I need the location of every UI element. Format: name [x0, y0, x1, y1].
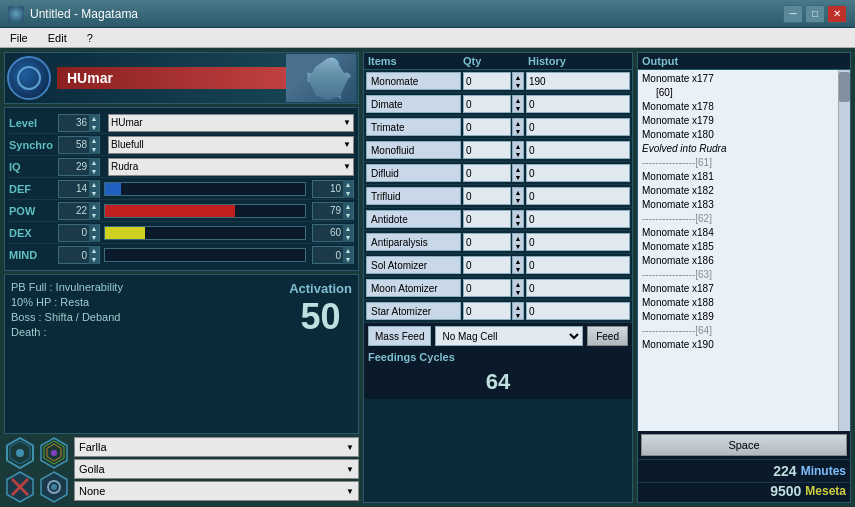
def-spinbox[interactable]: 14 ▲ ▼	[58, 180, 100, 198]
monofluid-qty-down[interactable]: ▼	[513, 150, 523, 158]
dex-val-spin-buttons[interactable]: ▲ ▼	[343, 224, 353, 242]
dex-down[interactable]: ▼	[89, 233, 99, 242]
mind-spinbox[interactable]: 0 ▲ ▼	[58, 246, 100, 264]
antidote-qty-down[interactable]: ▼	[513, 219, 523, 227]
pow-down[interactable]: ▼	[89, 211, 99, 220]
close-button[interactable]: ✕	[827, 5, 847, 23]
difluid-qty-input[interactable]: 0	[463, 164, 511, 182]
monomate-qty-up[interactable]: ▲	[513, 73, 523, 81]
menu-file[interactable]: File	[4, 30, 34, 46]
star-atomizer-qty-arrows[interactable]: ▲ ▼	[512, 302, 524, 320]
synchro-up[interactable]: ▲	[89, 136, 99, 145]
level-spinbox[interactable]: 36 ▲ ▼	[58, 114, 100, 132]
menu-edit[interactable]: Edit	[42, 30, 73, 46]
mind-val-spinbox[interactable]: 0 ▲ ▼	[312, 246, 354, 264]
monofluid-qty-input[interactable]: 0	[463, 141, 511, 159]
feed-button[interactable]: Feed	[587, 326, 628, 346]
mind-val-spin-buttons[interactable]: ▲ ▼	[343, 246, 353, 264]
iq-down[interactable]: ▼	[89, 167, 99, 176]
mag-part3-dropdown[interactable]: None ▼	[74, 481, 359, 501]
iq-spin-buttons[interactable]: ▲ ▼	[89, 158, 99, 176]
dex-val-spinbox[interactable]: 60 ▲ ▼	[312, 224, 354, 242]
mass-feed-select[interactable]: No Mag Cell	[435, 326, 583, 346]
def-val-spin-buttons[interactable]: ▲ ▼	[343, 180, 353, 198]
antiparalysis-qty-up[interactable]: ▲	[513, 234, 523, 242]
dimate-qty-up[interactable]: ▲	[513, 96, 523, 104]
trimate-qty-input[interactable]: 0	[463, 118, 511, 136]
trifluid-qty-down[interactable]: ▼	[513, 196, 523, 204]
antiparalysis-qty-down[interactable]: ▼	[513, 242, 523, 250]
dex-spinbox[interactable]: 0 ▲ ▼	[58, 224, 100, 242]
moon-atomizer-qty-input[interactable]: 0	[463, 279, 511, 297]
def-spin-buttons[interactable]: ▲ ▼	[89, 180, 99, 198]
mind-down[interactable]: ▼	[89, 255, 99, 264]
output-scrollbar[interactable]	[838, 70, 850, 431]
moon-atomizer-qty-up[interactable]: ▲	[513, 280, 523, 288]
pow-val-up[interactable]: ▲	[343, 202, 353, 211]
synchro-spin-buttons[interactable]: ▲ ▼	[89, 136, 99, 154]
pow-val-down[interactable]: ▼	[343, 211, 353, 220]
antidote-qty-arrows[interactable]: ▲ ▼	[512, 210, 524, 228]
monomate-qty-arrows[interactable]: ▲ ▼	[512, 72, 524, 90]
difluid-qty-up[interactable]: ▲	[513, 165, 523, 173]
maximize-button[interactable]: □	[805, 5, 825, 23]
def-val-spinbox[interactable]: 10 ▲ ▼	[312, 180, 354, 198]
monofluid-qty-up[interactable]: ▲	[513, 142, 523, 150]
moon-atomizer-qty-arrows[interactable]: ▲ ▼	[512, 279, 524, 297]
synchro-spinbox[interactable]: 58 ▲ ▼	[58, 136, 100, 154]
dimate-qty-down[interactable]: ▼	[513, 104, 523, 112]
iq-dropdown[interactable]: Rudra ▼	[108, 158, 354, 176]
dex-spin-buttons[interactable]: ▲ ▼	[89, 224, 99, 242]
dimate-qty-input[interactable]: 0	[463, 95, 511, 113]
monomate-qty-input[interactable]: 0	[463, 72, 511, 90]
mind-val-up[interactable]: ▲	[343, 246, 353, 255]
trimate-qty-down[interactable]: ▼	[513, 127, 523, 135]
def-up[interactable]: ▲	[89, 180, 99, 189]
space-button[interactable]: Space	[641, 434, 847, 456]
def-val-up[interactable]: ▲	[343, 180, 353, 189]
pow-val-spin-buttons[interactable]: ▲ ▼	[343, 202, 353, 220]
trifluid-qty-arrows[interactable]: ▲ ▼	[512, 187, 524, 205]
trifluid-qty-up[interactable]: ▲	[513, 188, 523, 196]
minimize-button[interactable]: ─	[783, 5, 803, 23]
iq-up[interactable]: ▲	[89, 158, 99, 167]
monomate-qty-down[interactable]: ▼	[513, 81, 523, 89]
mag-part2-dropdown[interactable]: Golla ▼	[74, 459, 359, 479]
level-down[interactable]: ▼	[89, 123, 99, 132]
difluid-qty-arrows[interactable]: ▲ ▼	[512, 164, 524, 182]
antiparalysis-qty-arrows[interactable]: ▲ ▼	[512, 233, 524, 251]
star-atomizer-qty-down[interactable]: ▼	[513, 311, 523, 319]
sol-atomizer-qty-up[interactable]: ▲	[513, 257, 523, 265]
antidote-qty-input[interactable]: 0	[463, 210, 511, 228]
pow-spinbox[interactable]: 22 ▲ ▼	[58, 202, 100, 220]
moon-atomizer-qty-down[interactable]: ▼	[513, 288, 523, 296]
trimate-qty-up[interactable]: ▲	[513, 119, 523, 127]
sol-atomizer-qty-input[interactable]: 0	[463, 256, 511, 274]
level-dropdown[interactable]: HUmar ▼	[108, 114, 354, 132]
antidote-qty-up[interactable]: ▲	[513, 211, 523, 219]
star-atomizer-qty-up[interactable]: ▲	[513, 303, 523, 311]
output-list[interactable]: Monomate x177[60]Monomate x178Monomate x…	[638, 70, 838, 431]
mind-val-down[interactable]: ▼	[343, 255, 353, 264]
mind-spin-buttons[interactable]: ▲ ▼	[89, 246, 99, 264]
level-up[interactable]: ▲	[89, 114, 99, 123]
pow-val-spinbox[interactable]: 79 ▲ ▼	[312, 202, 354, 220]
menu-help[interactable]: ?	[81, 30, 99, 46]
def-val-down[interactable]: ▼	[343, 189, 353, 198]
def-down[interactable]: ▼	[89, 189, 99, 198]
monofluid-qty-arrows[interactable]: ▲ ▼	[512, 141, 524, 159]
mind-up[interactable]: ▲	[89, 246, 99, 255]
antiparalysis-qty-input[interactable]: 0	[463, 233, 511, 251]
dimate-qty-arrows[interactable]: ▲ ▼	[512, 95, 524, 113]
pow-up[interactable]: ▲	[89, 202, 99, 211]
trifluid-qty-input[interactable]: 0	[463, 187, 511, 205]
dex-val-up[interactable]: ▲	[343, 224, 353, 233]
level-spin-buttons[interactable]: ▲ ▼	[89, 114, 99, 132]
mag-part1-dropdown[interactable]: Farlla ▼	[74, 437, 359, 457]
star-atomizer-qty-input[interactable]: 0	[463, 302, 511, 320]
iq-spinbox[interactable]: 29 ▲ ▼	[58, 158, 100, 176]
dex-val-down[interactable]: ▼	[343, 233, 353, 242]
sol-atomizer-qty-down[interactable]: ▼	[513, 265, 523, 273]
pow-spin-buttons[interactable]: ▲ ▼	[89, 202, 99, 220]
synchro-dropdown[interactable]: Bluefull ▼	[108, 136, 354, 154]
